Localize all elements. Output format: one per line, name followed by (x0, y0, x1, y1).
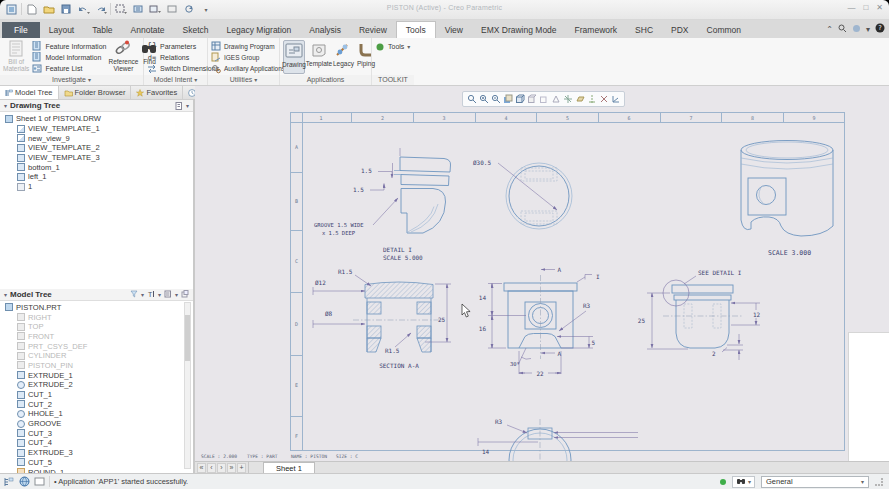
shading-icon[interactable] (550, 93, 561, 105)
point-display-icon[interactable] (598, 93, 609, 105)
next-sheet-button[interactable]: › (217, 463, 226, 473)
tree-settings-arrow-icon[interactable]: ▾ (186, 102, 189, 109)
drawing-tree-header[interactable]: ▾ Drawing Tree ▾ (0, 100, 193, 112)
tree-item-feature[interactable]: CUT_5 (0, 458, 193, 468)
tree-item-view[interactable]: left_1 (0, 172, 193, 182)
drawing-sheet[interactable]: 1 2 3 4 5 6 7 8 9 A B C D E F (195, 86, 889, 461)
tree-item-feature[interactable]: CUT_3 (0, 428, 193, 438)
section-dim[interactable]: Ø12 (315, 279, 326, 286)
tree-list-arrow-icon[interactable]: ▾ (175, 291, 178, 298)
filter-icon[interactable] (130, 290, 138, 298)
display-style-icon[interactable] (514, 93, 525, 105)
tree-item-datum[interactable]: TOP (0, 322, 193, 332)
section-view[interactable]: R1.5 Ø12 Ø8 25 R1.5 SECTION A-A (313, 268, 451, 369)
template-app-button[interactable]: Template (308, 40, 330, 74)
tree-item-feature[interactable]: EXTRUDE_2 (0, 380, 193, 390)
front-dim[interactable]: 30° (510, 361, 520, 367)
column-arrow-icon[interactable]: ▾ (158, 291, 161, 298)
front-dim[interactable]: 22 (536, 370, 544, 377)
tab-model-tree[interactable]: Model Tree (0, 86, 59, 99)
search-tool[interactable]: ▾ (732, 476, 755, 488)
command-search-icon[interactable] (838, 24, 847, 35)
refit-icon[interactable] (466, 93, 477, 105)
filter-arrow-icon[interactable]: ▾ (141, 291, 144, 298)
tree-item-feature[interactable]: GROOVE (0, 419, 193, 429)
web-browser-icon[interactable] (18, 476, 30, 487)
previous-sheet-button[interactable]: ‹ (207, 463, 216, 473)
tab-analysis[interactable]: Analysis (300, 22, 350, 38)
zoom-out-icon[interactable] (490, 93, 501, 105)
iso-view[interactable]: SCALE 3.000 (741, 141, 833, 258)
drawing-app-button[interactable]: Drawing (283, 40, 305, 74)
tree-item-sheet[interactable]: Sheet 1 of PISTON.DRW (0, 114, 193, 124)
group-label-investigate[interactable]: Investigate ▾ (0, 75, 143, 85)
collapse-arrow-icon[interactable]: ▾ (4, 291, 7, 298)
tree-item-datum[interactable]: FRONT (0, 332, 193, 342)
tree-item-datum[interactable]: RIGHT (0, 312, 193, 322)
tree-item-feature[interactable]: EXTRUDE_1 (0, 370, 193, 380)
section-dim[interactable]: R1.5 (338, 268, 353, 275)
minimize-button[interactable]: — (847, 3, 855, 13)
full-screen-icon[interactable] (33, 476, 45, 487)
right-note[interactable]: SEE DETAIL I (698, 269, 742, 276)
feature-information-button[interactable]: Feature Information (32, 41, 106, 51)
close-button[interactable]: ✕ (876, 3, 883, 13)
tree-item-view[interactable]: bottom_1 (0, 162, 193, 172)
repaint-icon[interactable] (502, 93, 513, 105)
bottom-dim[interactable]: R3 (495, 418, 503, 425)
search-arrow-icon[interactable]: ▾ (748, 478, 751, 485)
last-sheet-button[interactable]: » (227, 463, 236, 473)
tab-shc[interactable]: SHC (626, 22, 662, 38)
auxiliary-applications-button[interactable]: Auxiliary Applications (211, 64, 285, 74)
detach-panel-icon[interactable] (181, 290, 189, 298)
detail-dim[interactable]: 1.5 (353, 186, 364, 193)
tree-item-datum[interactable]: CYLINDER (0, 351, 193, 361)
front-dim[interactable]: 14 (479, 294, 487, 301)
tree-item-view[interactable]: VIEW_TEMPLATE_2 (0, 143, 193, 153)
detail-dim[interactable]: 1.5 (361, 167, 372, 174)
tree-item-feature[interactable]: EXTRUDE_3 (0, 448, 193, 458)
tree-list-icon[interactable] (164, 290, 172, 298)
tab-legacy-migration[interactable]: Legacy Migration (218, 22, 301, 38)
session-arrow-icon[interactable]: ▾ (866, 25, 870, 34)
tree-item-feature[interactable]: CUT_4 (0, 438, 193, 448)
detail-note[interactable]: x 1.5 DEEP (322, 230, 356, 236)
add-sheet-button[interactable]: + (237, 463, 246, 473)
tree-item-view[interactable]: new_view_9 (0, 133, 193, 143)
tab-emx-drawing-mode[interactable]: EMX Drawing Mode (472, 22, 566, 38)
tree-item-feature[interactable]: CUT_2 (0, 399, 193, 409)
tree-settings-icon[interactable] (175, 102, 183, 110)
drawing-canvas-area[interactable]: 1 2 3 4 5 6 7 8 9 A B C D E F (195, 86, 889, 461)
resize-grip[interactable] (875, 478, 883, 486)
iges-group-button[interactable]: IGES Group (211, 52, 285, 62)
zoom-in-icon[interactable] (478, 93, 489, 105)
tree-item-symbol[interactable]: 1 (0, 182, 193, 192)
navigator-toggle-icon[interactable] (3, 476, 15, 487)
first-sheet-button[interactable]: « (197, 463, 206, 473)
column-display-icon[interactable]: T (147, 290, 155, 298)
group-label-utilities[interactable]: Utilities ▾ (208, 75, 279, 85)
tab-annotate[interactable]: Annotate (122, 22, 174, 38)
no-hidden-icon[interactable] (538, 93, 549, 105)
tab-sketch[interactable]: Sketch (174, 22, 218, 38)
right-view[interactable]: SEE DETAIL I 25 12 2 (638, 269, 763, 360)
feature-list-button[interactable]: Feature List (32, 64, 106, 74)
model-tree-header[interactable]: ▾ Model Tree ▾ T ▾ ▾ (0, 289, 193, 301)
front-view[interactable]: A A I 14 16 R3 5 30° 22 (479, 266, 600, 377)
right-dim[interactable]: 12 (753, 311, 761, 318)
reference-viewer-button[interactable]: Reference Viewer (109, 40, 137, 74)
csys-display-icon[interactable] (610, 93, 621, 105)
tab-common[interactable]: Common (698, 22, 750, 38)
filter-selector[interactable]: General ▾ (761, 476, 869, 488)
tab-table[interactable]: Table (83, 22, 121, 38)
collapse-arrow-icon[interactable]: ▾ (4, 102, 7, 109)
front-dim[interactable]: 5 (592, 339, 596, 346)
maximize-button[interactable]: □ (863, 3, 868, 13)
tab-tools[interactable]: Tools (396, 21, 436, 38)
datum-display-icon[interactable] (562, 93, 573, 105)
tab-review[interactable]: Review (350, 22, 396, 38)
front-dim[interactable]: R3 (583, 302, 591, 309)
scrollbar-thumb[interactable] (185, 315, 190, 361)
tab-layout[interactable]: Layout (40, 22, 84, 38)
toolkit-tools-button[interactable]: Tools ▾ (375, 41, 410, 52)
